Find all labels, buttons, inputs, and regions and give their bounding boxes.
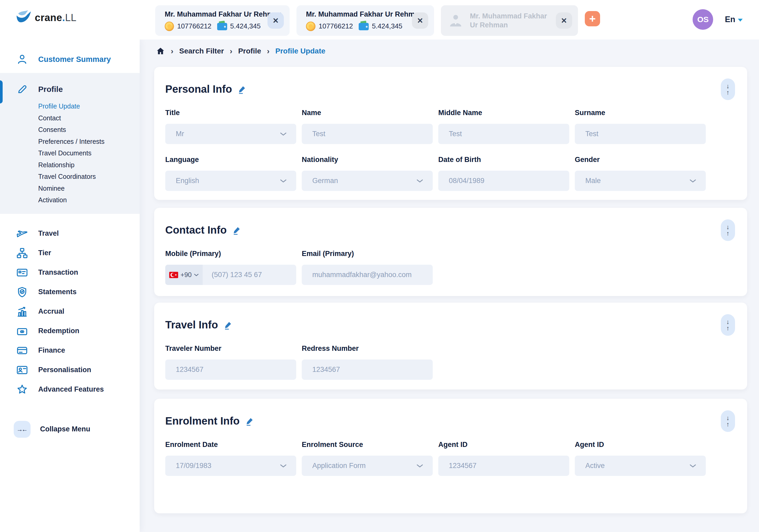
pencil-icon [16,84,28,95]
profile-submenu: Profile Update Contact Consents Preferen… [38,100,140,206]
customer-tab-active[interactable]: Mr. Muhammad Fakhar Ur Rehman 107766212 … [155,5,290,36]
plane-icon [16,228,28,239]
name-input[interactable]: Test [302,124,433,144]
turkey-flag-icon: ★ [169,272,178,278]
enrolment-source-select[interactable]: Application Form [302,456,433,476]
receipt-card-icon [16,267,28,278]
field-label: Traveler Number [165,345,296,353]
field-email-primary: Email (Primary) muhammadfakhar@yahoo.com [302,250,433,285]
add-customer-button[interactable]: + [585,11,600,26]
wallet-icon [217,22,227,30]
sidebar-item-label: Customer Summary [38,55,111,64]
field-redress-number: Redress Number 1234567 [302,345,433,380]
field-label: Enrolment Date [165,440,296,449]
dial-code-select[interactable]: ★ +90 [165,265,203,285]
breadcrumb-separator: › [230,47,232,55]
sidebar-item-transaction[interactable]: Transaction [0,263,140,282]
logo-text-suffix: LL [65,12,76,23]
redress-number-input[interactable]: 1234567 [302,360,433,380]
breadcrumb-profile[interactable]: Profile [238,47,261,55]
field-label: Date of Birth [438,156,569,164]
agent-id-input[interactable]: 1234567 [438,456,569,476]
wallet-icon [359,22,369,30]
sidebar-item-customer-summary[interactable]: Customer Summary [0,51,140,67]
credit-card-icon [16,345,28,356]
chevron-down-icon [280,464,287,468]
language-select[interactable]: English [165,171,296,191]
user-area: OS En [693,9,743,30]
user-avatar[interactable]: OS [693,9,713,30]
surname-input[interactable]: Test [575,124,706,144]
agent-status-select[interactable]: Active [575,456,706,476]
field-label: Agent ID [438,440,569,449]
customer-name: Mr. Muhammad Fakhar Ur Rehman [470,12,549,29]
chevron-down-icon [280,132,287,136]
edit-icon[interactable] [237,85,247,94]
customer-tab-disabled[interactable]: Mr. Muhammad Fakhar Ur Rehman ✕ [441,5,578,36]
arrow-up-icon: ↑ [726,421,730,428]
language-label: En [725,15,735,24]
member-id: 107766212 [319,22,353,30]
sidebar-item-consents[interactable]: Consents [38,124,140,135]
phone-number-input[interactable]: (507) 123 45 67 [203,265,296,285]
edit-icon[interactable] [245,416,254,426]
breadcrumb-separator: › [267,47,270,55]
sidebar-item-relationship[interactable]: Relationship [38,159,140,171]
sidebar-item-advanced-features[interactable]: Advanced Features [0,380,140,399]
collapse-section-button[interactable]: ↓ ↑ [721,219,735,241]
sitemap-icon [16,247,28,259]
edit-icon[interactable] [232,225,241,235]
title-select[interactable]: Mr [165,124,296,144]
sidebar-item-travel-coordinators[interactable]: Travel Coordinators [38,171,140,182]
chevron-down-icon [194,274,199,276]
sidebar-item-travel[interactable]: Travel [0,224,140,243]
nationality-select[interactable]: German [302,171,433,191]
sidebar-item-preferences-interests[interactable]: Preferences / Interests [38,135,140,147]
bird-logo-icon [15,10,32,25]
star-icon [16,384,28,395]
customer-name: Mr. Muhammad Fakhar Ur Rehman [306,10,405,19]
date-of-birth-input[interactable]: 08/04/1989 [438,171,569,191]
gender-select[interactable]: Male [575,171,706,191]
sidebar-item-redemption[interactable]: Redemption [0,321,140,341]
logo-dot: . [62,12,65,23]
section-title: Contact Info [165,224,227,236]
traveler-number-input[interactable]: 1234567 [165,360,296,380]
field-label: Title [165,109,296,117]
field-traveler-number: Traveler Number 1234567 [165,345,296,380]
close-tab-button[interactable]: ✕ [556,12,572,29]
sidebar-item-label: Accrual [38,307,64,316]
sidebar-item-accrual[interactable]: Accrual [0,302,140,321]
active-indicator [0,80,3,103]
close-tab-button[interactable]: ✕ [267,12,284,29]
chevron-down-icon [280,179,287,183]
sidebar-item-label: Transaction [38,268,78,277]
close-tab-button[interactable]: ✕ [412,12,428,29]
breadcrumb-search-filter[interactable]: Search Filter [179,47,224,55]
home-icon[interactable] [156,47,165,56]
collapse-arrows-icon: →← [14,421,30,438]
sidebar-item-contact[interactable]: Contact [38,112,140,124]
enrolment-date-select[interactable]: 17/09/1983 [165,456,296,476]
sidebar-item-profile[interactable]: Profile [0,82,140,97]
sidebar-item-travel-documents[interactable]: Travel Documents [38,147,140,159]
collapse-section-button[interactable]: ↓ ↑ [721,79,735,100]
email-input[interactable]: muhammadfakhar@yahoo.com [302,265,433,285]
sidebar-item-tier[interactable]: Tier [0,243,140,263]
field-label: Gender [575,156,706,164]
collapse-section-button[interactable]: ↓ ↑ [721,314,735,336]
language-selector[interactable]: En [725,15,743,24]
sidebar-item-personalisation[interactable]: Personalisation [0,360,140,380]
field-label: Agent ID [575,440,706,449]
collapse-menu-button[interactable]: →← Collapse Menu [0,421,140,438]
sidebar-item-finance[interactable]: Finance [0,341,140,360]
customer-tab[interactable]: Mr. Muhammad Fakhar Ur Rehman 107766212 … [297,5,434,36]
sidebar-item-activation[interactable]: Activation [38,194,140,206]
chart-growth-icon [16,306,28,317]
sidebar-item-nominee[interactable]: Nominee [38,182,140,194]
collapse-section-button[interactable]: ↓ ↑ [721,410,735,432]
middle-name-input[interactable]: Test [438,124,569,144]
sidebar-item-profile-update[interactable]: Profile Update [38,100,140,112]
sidebar-item-statements[interactable]: Statements [0,282,140,302]
edit-icon[interactable] [223,320,233,330]
